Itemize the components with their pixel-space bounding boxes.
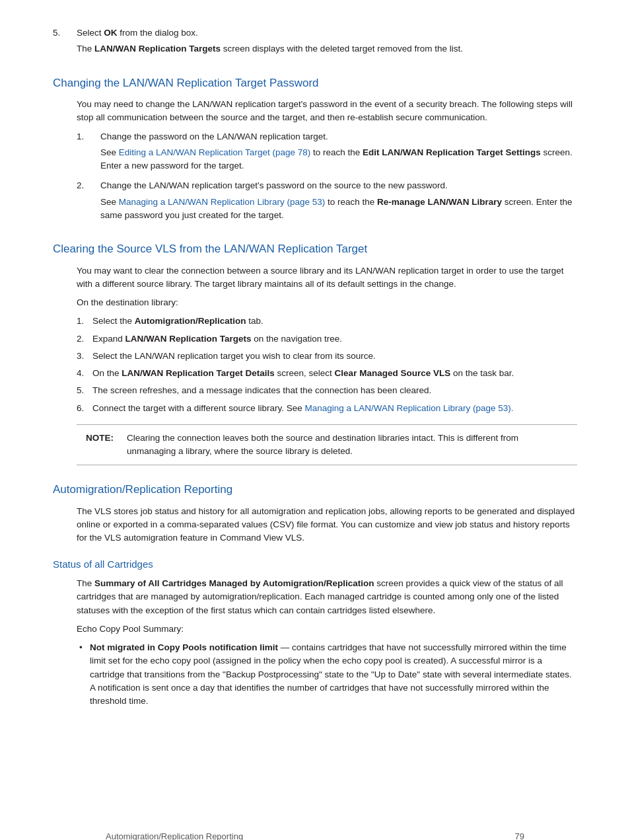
cartridges-bullet-1-content: Not migrated in Copy Pools notification … bbox=[90, 641, 577, 708]
clearing-step-1-bold: Automigration/Replication bbox=[135, 316, 246, 326]
clearing-step-5-content: The screen refreshes, and a message indi… bbox=[92, 384, 577, 397]
section-password-intro: You may need to change the LAN/WAN repli… bbox=[77, 98, 577, 125]
clearing-step-2-num: 2. bbox=[77, 332, 92, 346]
clearing-step-3-num: 3. bbox=[77, 350, 92, 363]
clearing-step-2-content: Expand LAN/WAN Replication Targets on th… bbox=[92, 332, 577, 346]
note-label: NOTE: bbox=[86, 432, 120, 459]
password-step-1-sub: See Editing a LAN/WAN Replication Target… bbox=[100, 146, 577, 173]
password-step-1: 1. Change the password on the LAN/WAN re… bbox=[77, 130, 577, 176]
password-step-1-bold: Edit LAN/WAN Replication Target Settings bbox=[363, 147, 541, 157]
echo-label: Echo Copy Pool Summary: bbox=[77, 623, 577, 636]
cartridges-bullet-1-dash: — bbox=[278, 642, 292, 652]
footer-right: 79 bbox=[515, 830, 524, 841]
clearing-step-3-content: Select the LAN/WAN replication target yo… bbox=[92, 350, 577, 363]
password-step-2-link[interactable]: Managing a LAN/WAN Replication Library (… bbox=[119, 197, 325, 207]
section-clearing-heading: Clearing the Source VLS from the LAN/WAN… bbox=[53, 241, 577, 258]
page-footer: Automigration/Replication Reporting 79 bbox=[106, 830, 524, 841]
section-cartridges-heading: Status of all Cartridges bbox=[53, 557, 577, 572]
section-clearing-intro: You may want to clear the connection bet… bbox=[77, 264, 577, 291]
clearing-step-2: 2. Expand LAN/WAN Replication Targets on… bbox=[77, 332, 577, 346]
cartridges-bullet-1-bold: Not migrated in Copy Pools notification … bbox=[90, 642, 278, 652]
clearing-note: NOTE: Clearing the connection leaves bot… bbox=[77, 424, 577, 466]
password-step-2-mid: to reach the bbox=[328, 197, 377, 207]
password-step-1-text: Change the password on the LAN/WAN repli… bbox=[100, 130, 577, 143]
section-cartridges-body: The Summary of All Cartridges Managed by… bbox=[53, 577, 577, 708]
section-reporting-intro: The VLS stores job status and history fo… bbox=[77, 505, 577, 545]
clearing-step-4-bold2: Clear Managed Source VLS bbox=[335, 368, 451, 378]
clearing-step-1-content: Select the Automigration/Replication tab… bbox=[92, 315, 577, 328]
clearing-step-1: 1. Select the Automigration/Replication … bbox=[77, 315, 577, 328]
clearing-step-6: 6. Connect the target with a different s… bbox=[77, 402, 577, 415]
password-step-2-num: 2. bbox=[77, 179, 100, 225]
clearing-step-6-num: 6. bbox=[77, 402, 92, 415]
clearing-step-4-bold1: LAN/WAN Replication Target Details bbox=[122, 368, 275, 378]
clearing-step-5: 5. The screen refreshes, and a message i… bbox=[77, 384, 577, 397]
password-step-2-text: Change the LAN/WAN replication target's … bbox=[100, 179, 577, 192]
section-clearing-on-dest: On the destination library: bbox=[77, 296, 577, 309]
note-text: Clearing the connection leaves both the … bbox=[127, 432, 568, 459]
section-reporting-body: The VLS stores job status and history fo… bbox=[53, 505, 577, 545]
section-cartridges-intro: The Summary of All Cartridges Managed by… bbox=[77, 577, 577, 617]
password-step-2-content: Change the LAN/WAN replication target's … bbox=[100, 179, 577, 225]
clearing-step-4: 4. On the LAN/WAN Replication Target Det… bbox=[77, 367, 577, 380]
clearing-step-2-bold: LAN/WAN Replication Targets bbox=[125, 334, 252, 344]
section-password-heading: Changing the LAN/WAN Replication Target … bbox=[53, 75, 577, 92]
password-step-2-sub: See Managing a LAN/WAN Replication Libra… bbox=[100, 196, 577, 223]
clearing-step-5-num: 5. bbox=[77, 384, 92, 397]
clearing-step-6-content: Connect the target with a different sour… bbox=[92, 402, 577, 415]
step-5-sub-bold: LAN/WAN Replication Targets bbox=[94, 44, 221, 54]
password-step-1-num: 1. bbox=[77, 130, 100, 176]
footer-left: Automigration/Replication Reporting bbox=[106, 830, 243, 841]
cartridges-bullet-1: Not migrated in Copy Pools notification … bbox=[77, 641, 577, 708]
clearing-step-3: 3. Select the LAN/WAN replication target… bbox=[77, 350, 577, 363]
step-5-content: Select OK from the dialog box. The LAN/W… bbox=[77, 26, 577, 59]
password-step-2: 2. Change the LAN/WAN replication target… bbox=[77, 179, 577, 225]
password-step-1-link[interactable]: Editing a LAN/WAN Replication Target (pa… bbox=[119, 147, 310, 157]
cartridges-intro-bold: Summary of All Cartridges Managed by Aut… bbox=[94, 578, 374, 588]
step-5-bold: OK bbox=[104, 28, 117, 38]
step-5-text: Select OK from the dialog box. bbox=[77, 26, 577, 40]
step-5-sub-rest: screen displays with the deleted target … bbox=[221, 44, 463, 54]
password-step-2-bold: Re-manage LAN/WAN Library bbox=[377, 197, 502, 207]
clearing-step-4-content: On the LAN/WAN Replication Target Detail… bbox=[92, 367, 577, 380]
step-5-block: 5. Select OK from the dialog box. The LA… bbox=[53, 26, 577, 59]
section-clearing-body: You may want to clear the connection bet… bbox=[53, 264, 577, 466]
section-reporting-heading: Automigration/Replication Reporting bbox=[53, 481, 577, 498]
clearing-steps-list: 1. Select the Automigration/Replication … bbox=[77, 315, 577, 415]
password-step-1-content: Change the password on the LAN/WAN repli… bbox=[100, 130, 577, 176]
section-password-body: You may need to change the LAN/WAN repli… bbox=[53, 98, 577, 225]
step-5-sub: The LAN/WAN Replication Targets screen d… bbox=[77, 42, 577, 56]
cartridges-bullet-list: Not migrated in Copy Pools notification … bbox=[77, 641, 577, 708]
clearing-step-4-num: 4. bbox=[77, 367, 92, 380]
clearing-step-1-num: 1. bbox=[77, 315, 92, 328]
clearing-step-6-link[interactable]: Managing a LAN/WAN Replication Library (… bbox=[304, 403, 513, 413]
step-5-num: 5. bbox=[53, 26, 77, 59]
password-step-1-mid: to reach the bbox=[313, 147, 363, 157]
